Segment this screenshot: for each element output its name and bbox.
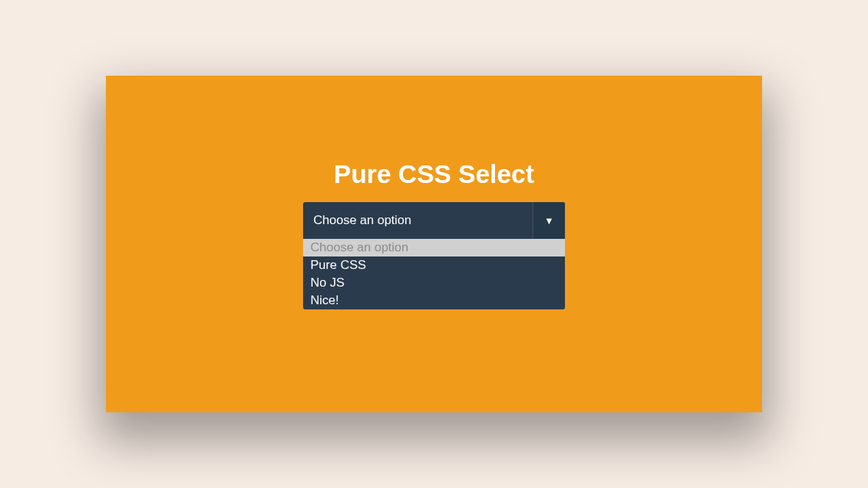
custom-select: Choose an option ▼ Choose an option Pure… [303, 202, 565, 309]
page-title: Pure CSS Select [334, 159, 534, 189]
select-options-list: Choose an option Pure CSS No JS Nice! [303, 239, 565, 309]
card-panel: Pure CSS Select Choose an option ▼ Choos… [106, 76, 762, 412]
select-option[interactable]: Choose an option [303, 239, 565, 256]
select-option[interactable]: Nice! [303, 292, 565, 309]
select-option[interactable]: No JS [303, 274, 565, 292]
chevron-down-icon: ▼ [533, 202, 565, 239]
select-toggle[interactable]: Choose an option ▼ [303, 202, 565, 239]
select-selected-label: Choose an option [303, 202, 533, 239]
select-option[interactable]: Pure CSS [303, 256, 565, 274]
